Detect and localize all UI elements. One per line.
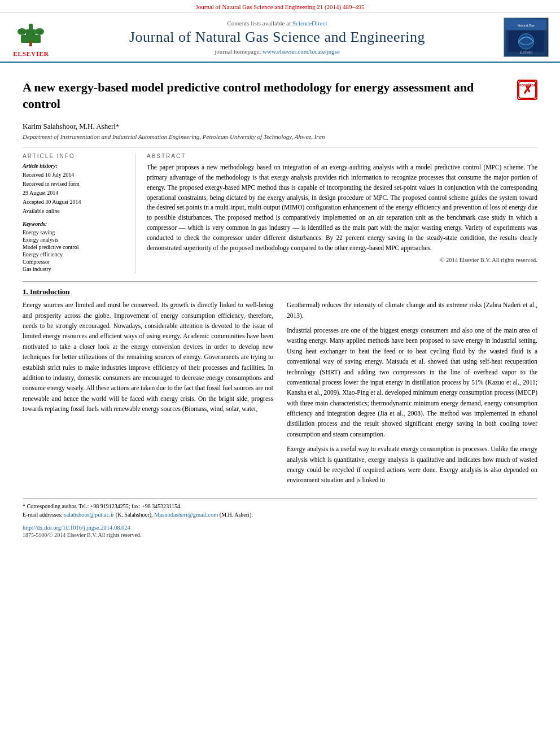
article-info-col: ARTICLE INFO Article history: Received 1… (23, 153, 135, 273)
body-para-1: Energy sources are limited and must be c… (23, 300, 273, 414)
svg-rect-2 (29, 24, 33, 30)
email2-link[interactable]: Masnodasheri@gmail.com (154, 512, 218, 518)
article-title: A new exergy-based model predictive cont… (23, 80, 537, 112)
section1-heading: 1. Introduction (23, 287, 537, 296)
keywords-section: Keywords: Energy saving Exergy analysis … (23, 221, 126, 272)
page: Journal of Natural Gas Science and Engin… (0, 0, 560, 747)
corresponding-note: * Corresponding author. Tel.: +98 919123… (23, 502, 537, 510)
doi-link[interactable]: http://dx.doi.org/10.1016/j.jngse.2014.0… (23, 525, 130, 531)
homepage-url[interactable]: www.elsevier.com/locate/jngse (262, 48, 340, 55)
journal-header: ELSEVIER Contents lists available at Sci… (0, 13, 560, 63)
email-label: E-mail addresses: (23, 512, 63, 518)
divider-top (23, 147, 537, 147)
body-right-para3: Exergy analysis is a useful way to evalu… (287, 444, 537, 486)
email1-link[interactable]: salahshoor@put.ac.ir (64, 512, 114, 518)
body-right-col: Geothermal) reduces the intensity of cli… (287, 300, 537, 490)
body-two-col: Energy sources are limited and must be c… (23, 300, 537, 490)
geothermal-text: Geothermal) reduces the intensity of cli… (287, 302, 537, 318)
affiliation-text: Department of Instrumentation and Indust… (23, 133, 537, 140)
elsevier-logo-area: ELSEVIER (6, 18, 56, 57)
revised-label: Received in revised form (23, 180, 126, 188)
contents-line: Contents lists available at ScienceDirec… (62, 20, 492, 27)
svg-point-4 (18, 28, 27, 35)
svg-text:Natural Gas: Natural Gas (518, 24, 535, 27)
body-content: 1. Introduction Energy sources are limit… (23, 287, 537, 490)
keyword-4: Energy efficiency (23, 251, 126, 257)
copyright-text: © 2014 Elsevier B.V. All rights reserved… (147, 257, 537, 263)
elsevier-tree-icon (15, 18, 46, 49)
science-direct-link[interactable]: ScienceDirect (292, 20, 327, 27)
keywords-heading: Keywords: (23, 221, 126, 227)
issn-line: 1875-5100/© 2014 Elsevier B.V. All right… (23, 532, 537, 538)
email-person2: (M.H. Asheri). (220, 512, 253, 518)
journal-citation-banner: Journal of Natural Gas Science and Engin… (0, 0, 560, 13)
homepage-label: journal homepage: (215, 48, 261, 55)
elsevier-wordmark: ELSEVIER (13, 50, 49, 57)
authors-text: Karim Salahshoor, M.H. Asheri* (23, 122, 119, 130)
keyword-3: Model predictive control (23, 244, 126, 250)
article-history-heading: Article history: (23, 163, 126, 169)
svg-point-5 (35, 28, 44, 35)
info-abstract-section: ARTICLE INFO Article history: Received 1… (23, 153, 537, 273)
elsevier-logo: ELSEVIER (13, 18, 49, 57)
keyword-5: Compressor (23, 259, 126, 265)
keyword-2: Exergy analysis (23, 237, 126, 243)
abstract-text: The paper proposes a new methodology bas… (147, 163, 537, 253)
keyword-6: Gas industry (23, 266, 126, 272)
available-date: Available online (23, 207, 126, 215)
email-person1: (K. Salahshoor), (116, 512, 153, 518)
svg-point-10 (518, 34, 534, 50)
svg-text:CrossMark: CrossMark (518, 83, 536, 87)
crossmark-badge[interactable]: ✗ CrossMark (517, 80, 537, 100)
revised-date: 29 August 2014 (23, 189, 126, 197)
homepage-line: journal homepage: www.elsevier.com/locat… (62, 48, 492, 55)
svg-rect-3 (29, 41, 32, 46)
main-content: ✗ CrossMark A new exergy-based model pre… (0, 63, 560, 544)
authors-line: Karim Salahshoor, M.H. Asheri* (23, 122, 537, 131)
footnote-area: * Corresponding author. Tel.: +98 919123… (23, 498, 537, 538)
email-line: E-mail addresses: salahshoor@put.ac.ir (… (23, 510, 537, 519)
accepted-date: Accepted 30 August 2014 (23, 198, 126, 206)
svg-text:ELSEVIER: ELSEVIER (520, 51, 533, 54)
journal-citation-text: Journal of Natural Gas Science and Engin… (195, 3, 364, 10)
body-right-para1: Geothermal) reduces the intensity of cli… (287, 300, 537, 321)
header-center: Contents lists available at ScienceDirec… (62, 18, 492, 57)
contents-text: Contents lists available at (227, 20, 291, 27)
journal-cover-svg: Natural Gas ELSEVIER (506, 18, 546, 56)
keyword-1: Energy saving (23, 229, 126, 235)
article-title-area: ✗ CrossMark A new exergy-based model pre… (23, 80, 537, 117)
divider-bottom (23, 281, 537, 282)
received-date: Received 10 July 2014 (23, 171, 126, 179)
crossmark-icon: ✗ CrossMark (518, 81, 536, 99)
abstract-label: ABSTRACT (147, 153, 537, 159)
abstract-col: ABSTRACT The paper proposes a new method… (147, 153, 537, 273)
article-info-label: ARTICLE INFO (23, 153, 126, 159)
journal-title: Journal of Natural Gas Science and Engin… (62, 29, 492, 46)
journal-cover-area: Natural Gas ELSEVIER (498, 18, 554, 57)
body-left-col: Energy sources are limited and must be c… (23, 300, 273, 490)
journal-cover-image: Natural Gas ELSEVIER (504, 18, 549, 57)
body-right-para2: Industrial processes are one of the bigg… (287, 325, 537, 439)
